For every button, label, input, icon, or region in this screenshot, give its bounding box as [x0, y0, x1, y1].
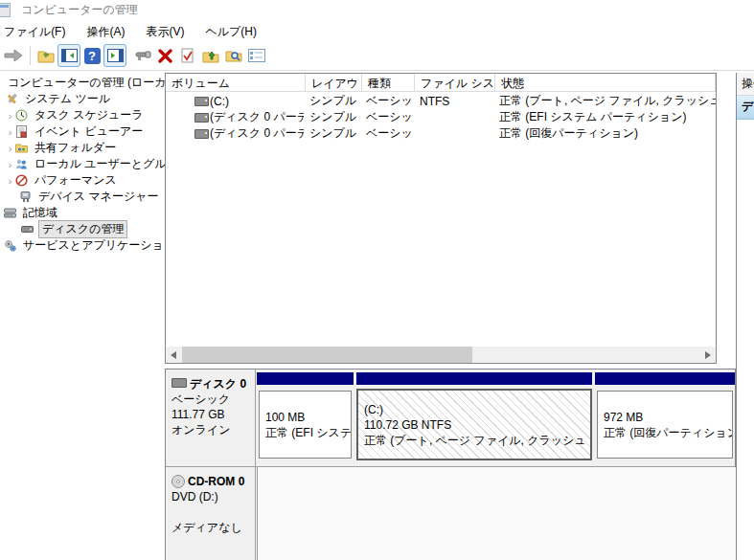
volume-list-pane: ボリューム レイアウト 種類 ファイル システム 状態 (C:) シンプル ベー… [165, 73, 717, 364]
export-list-icon[interactable] [34, 44, 57, 67]
tree-item-performance[interactable]: › パフォーマンス [0, 172, 168, 189]
show-action-pane-toggle[interactable] [103, 44, 126, 67]
expander-icon[interactable]: › [5, 126, 15, 138]
storage-icon [4, 207, 16, 219]
open-folder-icon[interactable] [199, 44, 222, 67]
console-tree: コンピューターの管理 (ローカル) システム ツール › タスク スケジューラ … [0, 71, 163, 560]
menu-view[interactable]: 表示(V) [135, 21, 194, 42]
column-header-status[interactable]: 状態 [495, 74, 716, 92]
disk0-size: 111.77 GB [171, 408, 225, 421]
system-tools-icon [6, 93, 18, 105]
tree-item-services-applications[interactable]: サービスとアプリケーション [0, 237, 167, 254]
cdrom0-drive-letter: DVD (D:) [171, 490, 218, 504]
properties-icon[interactable] [176, 44, 199, 67]
expander-icon[interactable]: › [5, 159, 15, 170]
tree-item-disk-management[interactable]: ディスクの管理 [0, 221, 184, 237]
event-viewer-icon [15, 125, 28, 138]
show-console-tree-toggle[interactable] [57, 44, 80, 67]
toolbar: ? [0, 42, 754, 71]
column-header-filesystem[interactable]: ファイル システム [415, 74, 495, 92]
partition-name: (C:) [364, 402, 584, 417]
partition-color-bar [257, 372, 354, 385]
column-header-volume[interactable]: ボリューム [166, 74, 306, 92]
partition-size: 100 MB [265, 410, 345, 425]
partition-efi[interactable]: 100 MB 正常 (EFI システム パーティション) [257, 372, 354, 462]
find-folder-icon[interactable] [222, 44, 245, 67]
tree-item-shared-folders[interactable]: › 共有フォルダー [0, 140, 168, 156]
expander-icon[interactable]: › [5, 175, 15, 187]
tree-item-computer-management-root[interactable]: コンピューターの管理 (ローカル) [0, 75, 169, 91]
partition-size: 110.72 GB NTFS [364, 417, 584, 433]
disk-management-icon [21, 223, 34, 235]
volume-row-partition1[interactable]: (ディスク 0 パーティション 1) シンプル ベーシック 正常 (EFI シス… [166, 109, 716, 125]
menu-file[interactable]: ファイル(F) [0, 21, 76, 42]
partition-status: 正常 (EFI システム パーティション) [265, 425, 345, 440]
disk-icon [171, 378, 187, 388]
forward-arrow-icon[interactable] [2, 44, 25, 67]
actions-section-disk-management[interactable]: ディスクの管理 [737, 96, 754, 120]
shared-folders-icon [15, 142, 28, 154]
window-title: コンピューターの管理 [21, 2, 138, 18]
volume-row-c[interactable]: (C:) シンプル ベーシック NTFS 正常 (ブート, ページ ファイル, … [166, 93, 716, 109]
attach-tool-icon[interactable] [132, 44, 155, 67]
delete-icon[interactable] [153, 44, 176, 67]
volume-row-partition4[interactable]: (ディスク 0 パーティション 4) シンプル ベーシック 正常 (回復パーティ… [166, 125, 716, 142]
disk0-status: オンライン [171, 423, 230, 437]
task-scheduler-icon [15, 109, 28, 122]
partition-recovery[interactable]: 972 MB 正常 (回復パーティション) [595, 372, 735, 462]
partition-color-bar [356, 372, 592, 385]
partition-c[interactable]: (C:) 110.72 GB NTFS 正常 (ブート, ページ ファイル, ク… [356, 372, 592, 462]
expander-icon[interactable]: › [5, 110, 15, 122]
partition-size: 972 MB [604, 410, 726, 425]
tree-item-device-manager[interactable]: デバイス マネージャー [0, 189, 182, 205]
device-manager-icon [19, 190, 32, 203]
services-icon [4, 239, 16, 252]
toolbar-separator [30, 46, 31, 65]
menu-bar: ファイル(F) 操作(A) 表示(V) ヘルプ(H) [0, 21, 267, 42]
disk0-info-box[interactable]: ディスク 0 ベーシック 111.77 GB オンライン [166, 370, 256, 466]
tree-item-task-scheduler[interactable]: › タスク スケジューラ [0, 107, 168, 123]
scroll-right-arrow-icon[interactable] [705, 351, 711, 359]
tree-item-storage[interactable]: 記憶域 [0, 205, 167, 221]
menu-action[interactable]: 操作(A) [76, 21, 135, 42]
column-header-type[interactable]: 種類 [362, 74, 415, 92]
tree-item-local-users-groups[interactable]: › ローカル ユーザーとグループ [0, 156, 168, 172]
expander-icon[interactable]: › [5, 143, 15, 154]
performance-icon [15, 174, 28, 187]
tree-item-system-tools[interactable]: システム ツール [0, 91, 169, 107]
scroll-left-arrow-icon[interactable] [171, 351, 176, 359]
disk0-kind: ベーシック [171, 392, 230, 406]
users-icon [15, 158, 28, 170]
cdrom0-media-area[interactable] [257, 467, 736, 560]
partition-status: 正常 (回復パーティション) [604, 425, 726, 440]
actions-pane: 操作 ディスクの管理 [736, 73, 754, 560]
app-window-icon [0, 3, 11, 17]
volume-icon [194, 113, 209, 123]
title-bar: コンピューターの管理 [0, 0, 754, 19]
help-icon[interactable]: ? [80, 44, 103, 67]
volume-icon [194, 97, 209, 106]
horizontal-scrollbar[interactable] [166, 347, 716, 363]
cdrom0-info-box[interactable]: CD-ROM 0 DVD (D:) メディアなし [166, 467, 256, 560]
menu-help[interactable]: ヘルプ(H) [194, 21, 267, 42]
scrollbar-thumb[interactable] [182, 347, 472, 363]
column-header-layout[interactable]: レイアウト [306, 74, 362, 92]
selected-tree-label: ディスクの管理 [38, 220, 127, 238]
cd-rom-icon [171, 475, 185, 488]
graphical-view-pane: ディスク 0 ベーシック 111.77 GB オンライン 100 MB 正常 (… [165, 369, 736, 560]
tree-item-event-viewer[interactable]: › イベント ビューアー [0, 123, 168, 140]
actions-pane-title: 操作 [737, 73, 754, 96]
volume-icon [194, 129, 209, 139]
partition-color-bar [595, 372, 735, 385]
cdrom0-media-status: メディアなし [171, 521, 242, 534]
view-options-icon[interactable] [245, 44, 268, 67]
partition-status: 正常 (ブート, ページ ファイル, クラッシュ ダンプ, ベーシック データ … [364, 433, 584, 448]
